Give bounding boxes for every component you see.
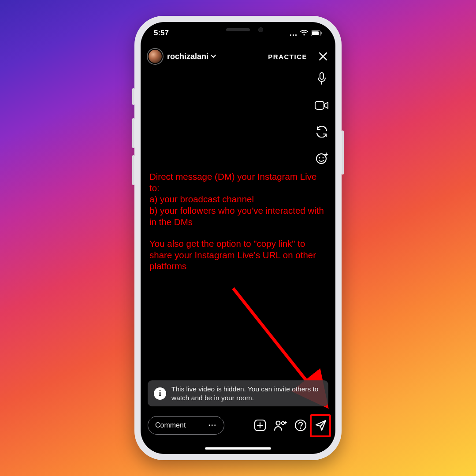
annotation-paragraph-1: Direct message (DM) your Instagram Live … [149,171,327,227]
phone-screen: 5:57 ... rochizalani PRACTICE [141,22,335,454]
home-indicator [205,447,271,450]
username-label: rochizalani [167,52,208,61]
face-effect-icon [315,152,328,165]
help-button[interactable] [293,418,308,433]
signal-icon: ... [290,29,298,38]
svg-point-5 [316,154,326,164]
silence-switch [132,88,134,105]
live-header: rochizalani PRACTICE [141,46,335,67]
close-icon [318,51,328,62]
avatar[interactable] [148,49,163,64]
annotation-paragraph-2: You also get the option to "copy link" t… [149,238,327,272]
svg-point-7 [323,157,324,159]
video-camera-icon [315,100,329,111]
tutorial-annotation: Direct message (DM) your Instagram Live … [149,171,327,283]
svg-point-6 [319,157,320,159]
power-button [342,130,344,175]
status-bar: 5:57 ... [141,26,335,40]
phone-frame: 5:57 ... rochizalani PRACTICE [134,16,342,460]
video-button[interactable] [314,98,329,113]
add-person-icon [274,420,287,431]
battery-icon [311,30,322,36]
send-icon [315,419,327,431]
svg-point-12 [295,420,306,431]
toast-message: This live video is hidden. You can invit… [171,385,322,402]
add-media-button[interactable] [253,418,268,433]
svg-rect-3 [320,73,324,79]
comment-input[interactable]: Comment ··· [148,416,224,435]
practice-label[interactable]: PRACTICE [268,53,307,60]
camera-flip-button[interactable] [314,124,329,139]
question-icon [294,419,307,431]
svg-rect-4 [315,101,324,109]
svg-point-10 [276,421,280,425]
info-icon: i [154,387,166,400]
add-guest-button[interactable] [273,418,288,433]
live-bottom-bar: Comment ··· [148,416,328,435]
chevron-down-icon [210,53,216,60]
microphone-icon [316,72,327,86]
camera-flip-icon [315,126,328,138]
volume-up-button [132,118,134,148]
live-side-tools [314,71,329,166]
svg-point-11 [282,422,284,424]
status-time: 5:57 [154,29,169,37]
wifi-icon [300,30,308,36]
svg-rect-1 [312,31,319,35]
microphone-button[interactable] [314,71,329,86]
share-button[interactable] [313,418,328,433]
close-button[interactable] [318,51,328,62]
add-media-icon [254,419,266,431]
svg-rect-2 [321,32,322,34]
volume-down-button [132,155,134,185]
hidden-live-toast: i This live video is hidden. You can inv… [148,380,328,406]
comment-placeholder: Comment [155,421,186,429]
svg-point-13 [300,428,301,429]
username-dropdown[interactable]: rochizalani [167,52,216,61]
face-effect-button[interactable] [314,151,329,166]
more-icon[interactable]: ··· [208,421,217,429]
